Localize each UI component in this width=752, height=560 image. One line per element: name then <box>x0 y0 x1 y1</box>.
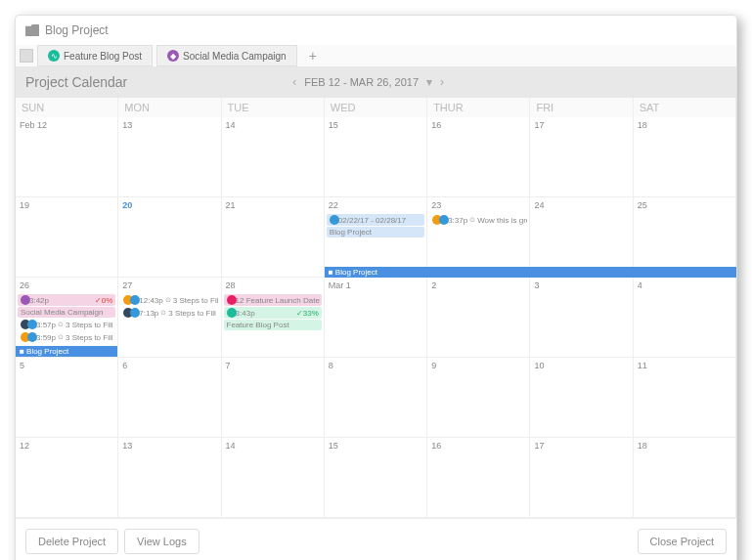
calendar-cell[interactable]: 15 <box>325 438 427 518</box>
calendar-cell[interactable]: 17 <box>530 438 633 518</box>
calendar-cell[interactable]: 7 <box>222 358 325 438</box>
megaphone-icon: ◆ <box>167 50 179 62</box>
event-time: 02/22/17 - 02/28/17 <box>338 216 406 225</box>
calendar-event[interactable]: 12:43p⊙3 Steps to Fill <box>120 294 218 306</box>
date-number: 11 <box>634 358 735 373</box>
day-headers: SUNMONTUEWEDTHURFRISAT <box>16 98 736 117</box>
calendar-cell[interactable]: 8 <box>325 358 427 438</box>
prev-button[interactable]: ‹ <box>292 75 296 89</box>
date-number: 7 <box>222 358 324 373</box>
event-time: 3:37p <box>448 216 467 225</box>
calendar-cell[interactable]: 2812 Feature Launch Date3:43p✓33%Feature… <box>222 278 325 358</box>
calendar-cell[interactable]: 4 <box>634 278 736 358</box>
calendar-cell[interactable]: 9 <box>427 358 530 438</box>
day-header: WED <box>325 98 427 117</box>
calendar-cell[interactable]: 25 <box>634 197 736 278</box>
clock-icon: ⊙ <box>469 216 475 224</box>
percent-badge: ✓0% <box>95 296 113 305</box>
calendar-cell[interactable]: 21 <box>222 197 325 278</box>
tab-feature-blog-post[interactable]: ∿ Feature Blog Post <box>37 45 153 66</box>
calendar-event[interactable]: 3:42p✓0% <box>18 294 115 306</box>
date-number: 6 <box>118 358 220 373</box>
calendar-event[interactable]: 7:13p⊙3 Steps to Fill <box>120 307 218 319</box>
date-number: 25 <box>634 197 735 213</box>
toolbar-title: Project Calendar <box>25 74 127 90</box>
calendar-event[interactable]: 12 Feature Launch Date <box>224 294 322 306</box>
calendar-cell[interactable]: 14 <box>222 117 325 197</box>
calendar-view-icon[interactable] <box>20 49 33 63</box>
project-title: Blog Project <box>45 23 109 37</box>
calendar-cell[interactable]: 233:37p⊙Wow this is great! <box>427 197 530 278</box>
date-number: 2 <box>427 278 529 293</box>
calendar-cell[interactable]: 15 <box>325 117 427 197</box>
next-button[interactable]: › <box>440 75 444 89</box>
delete-project-button[interactable]: Delete Project <box>25 529 118 554</box>
calendar-cell[interactable]: 14 <box>222 438 325 518</box>
calendar-event[interactable]: Blog Project <box>327 227 424 237</box>
calendar-cell[interactable]: 20 <box>118 197 221 278</box>
calendar-event[interactable]: 02/22/17 - 02/28/17 <box>327 214 424 226</box>
calendar-event[interactable]: Feature Blog Post <box>224 320 322 330</box>
date-number: 4 <box>634 278 735 293</box>
calendar-event[interactable]: 3:43p✓33% <box>224 307 322 319</box>
project-span-bar[interactable]: ■ Blog Project <box>325 267 736 278</box>
date-navigation: ‹ FEB 12 - MAR 26, 2017 ▾ › <box>292 75 444 89</box>
clock-icon: ⊙ <box>58 333 64 341</box>
tab-label: Feature Blog Post <box>64 51 142 62</box>
event-time: Social Media Campaign <box>21 308 104 317</box>
calendar-event[interactable]: 3:57p⊙3 Steps to Fill <box>18 319 115 330</box>
calendar-cell[interactable]: 13 <box>118 117 221 197</box>
date-number: 26 <box>16 278 117 293</box>
calendar-cell[interactable]: 10 <box>530 358 633 438</box>
calendar-cell[interactable]: 16 <box>427 117 530 197</box>
event-text: 3 Steps to Fill <box>173 296 219 305</box>
date-number: 17 <box>530 117 632 133</box>
day-header: SAT <box>634 98 736 117</box>
calendar-cell[interactable]: 3 <box>530 278 633 358</box>
date-range[interactable]: FEB 12 - MAR 26, 2017 <box>304 76 419 88</box>
calendar-cell[interactable]: 2202/22/17 - 02/28/17Blog Project <box>325 197 427 278</box>
calendar-cell[interactable]: Mar 1 <box>325 278 427 358</box>
calendar-cell[interactable]: 2712:43p⊙3 Steps to Fill7:13p⊙3 Steps to… <box>118 278 221 358</box>
calendar-cell[interactable]: 11 <box>634 358 736 438</box>
date-number: Mar 1 <box>325 278 426 293</box>
date-number: 18 <box>634 117 735 133</box>
event-time: 3:59p <box>36 333 56 342</box>
event-time: 3:57p <box>36 321 56 329</box>
date-number: 20 <box>118 197 220 213</box>
calendar-event[interactable]: Social Media Campaign <box>18 307 115 318</box>
date-number: 18 <box>634 438 735 453</box>
calendar-cell[interactable]: 24 <box>530 197 633 278</box>
calendar-cell[interactable]: 18 <box>634 117 736 197</box>
calendar-cell[interactable]: 6 <box>118 358 221 438</box>
event-text: 3 Steps to Fill <box>66 321 112 329</box>
calendar-cell[interactable]: 17 <box>530 117 633 197</box>
calendar-cell[interactable]: 19 <box>16 197 118 278</box>
calendar-cell[interactable]: 13 <box>118 438 221 518</box>
calendar-cell[interactable]: 263:42p✓0%Social Media Campaign3:57p⊙3 S… <box>16 278 118 358</box>
tab-social-media[interactable]: ◆ Social Media Campaign <box>156 45 297 66</box>
date-number: 16 <box>427 117 529 133</box>
project-bar[interactable]: ■ Blog Project <box>16 346 117 357</box>
calendar-event[interactable]: 3:59p⊙3 Steps to Fill <box>18 331 115 343</box>
calendar-cell[interactable]: 2 <box>427 278 530 358</box>
close-project-button[interactable]: Close Project <box>638 529 727 554</box>
calendar-event[interactable]: 3:37p⊙Wow this is great! <box>429 214 527 226</box>
calendar-cell[interactable]: 5 <box>16 358 118 438</box>
dropdown-icon[interactable]: ▾ <box>426 75 432 89</box>
event-time: 3:42p <box>29 296 49 305</box>
footer: Delete Project View Logs Close Project <box>16 518 736 560</box>
date-number: 15 <box>325 117 426 133</box>
calendar-cell[interactable]: 18 <box>634 438 736 518</box>
event-text: 3 Steps to Fill <box>168 309 215 318</box>
add-tab-button[interactable]: + <box>301 45 325 66</box>
calendar-cell[interactable]: 16 <box>427 438 530 518</box>
calendar-cell[interactable]: Feb 12 <box>16 117 118 197</box>
view-logs-button[interactable]: View Logs <box>124 529 199 554</box>
calendar-cell[interactable]: 12 <box>16 438 118 518</box>
date-number: 8 <box>325 358 426 373</box>
tab-label: Social Media Campaign <box>183 51 287 62</box>
date-number: 12 <box>16 438 117 453</box>
day-header: MON <box>118 98 221 117</box>
calendar-app: Blog Project ∿ Feature Blog Post ◆ Socia… <box>15 15 737 560</box>
